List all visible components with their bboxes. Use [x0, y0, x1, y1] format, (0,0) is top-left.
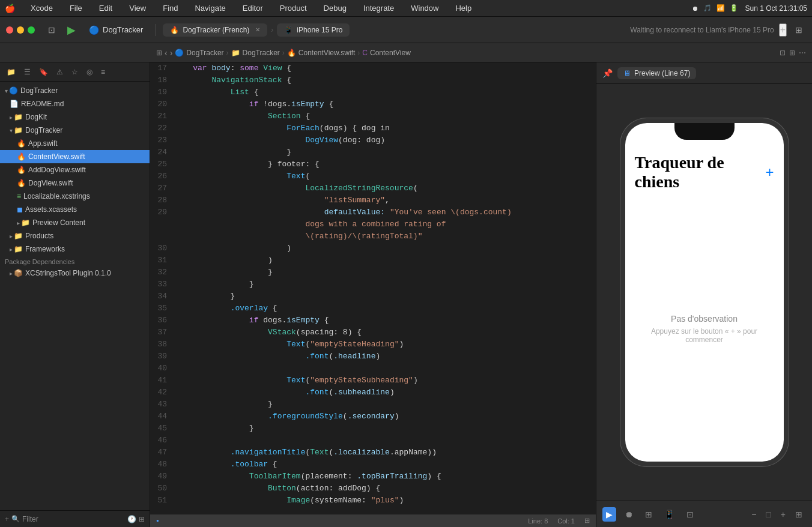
disclosure-icon: ▸: [10, 246, 13, 253]
code-line-47: 47 .navigationTitle(Text(.localizable.ap…: [150, 447, 596, 459]
code-line-36: 36 if dogs.isEmpty {: [150, 315, 596, 327]
menu-debug[interactable]: Debug: [320, 2, 350, 14]
menu-product[interactable]: Product: [276, 2, 311, 14]
menu-file[interactable]: File: [66, 2, 86, 14]
close-button[interactable]: [6, 26, 13, 34]
zoom-out-button[interactable]: −: [748, 507, 760, 522]
preview-device-button[interactable]: 📱: [661, 507, 678, 522]
sidebar-item-dogkit[interactable]: ▸ 📁 DogKit: [0, 110, 150, 124]
sidebar-folder-btn[interactable]: 📁: [4, 66, 19, 78]
preview-record-button[interactable]: ⏺: [621, 507, 637, 522]
line-number: 43: [150, 399, 174, 411]
code-line-50: 50 Button(action: addDog) {: [150, 483, 596, 495]
line-number: 38: [150, 339, 174, 351]
menu-xcode[interactable]: Xcode: [27, 2, 56, 14]
preview-rotate-button[interactable]: ⊡: [683, 507, 697, 522]
forward-button[interactable]: ›: [170, 48, 173, 58]
record-icon: ⏺: [692, 5, 698, 12]
sidebar-icons-btn[interactable]: ⊞: [156, 49, 162, 57]
breadcrumb-dogtracker-project[interactable]: 🔵 DogTracker: [175, 49, 223, 57]
code-line-20: 20 if !dogs.isEmpty {: [150, 98, 596, 110]
menu-navigate[interactable]: Navigate: [191, 2, 229, 14]
preview-play-button[interactable]: ▶: [602, 507, 616, 522]
sidebar-source-btn[interactable]: ☰: [21, 66, 34, 78]
run-button[interactable]: ▶: [64, 21, 79, 39]
code-line-51: 51 Image(systemName: "plus"): [150, 495, 596, 507]
code-line-35: 35 .overlay {: [150, 303, 596, 315]
code-editor[interactable]: 17 var body: some View { 18 NavigationSt…: [150, 62, 596, 514]
menu-help[interactable]: Help: [452, 2, 475, 14]
sidebar-item-dogtracker-root[interactable]: ▾ 🔵 DogTracker: [0, 84, 150, 97]
line-number: 31: [150, 254, 174, 267]
sidebar-toggle-button[interactable]: ⊡: [44, 23, 59, 37]
line-number: 50: [150, 483, 174, 495]
adjust-editor-btn[interactable]: ⊡: [780, 49, 786, 57]
menu-view[interactable]: View: [126, 2, 150, 14]
sidebar-item-readme[interactable]: 📄 README.md: [0, 97, 150, 110]
back-button[interactable]: ‹: [165, 48, 168, 58]
sidebar-warning-btn[interactable]: ⚠: [53, 66, 66, 78]
sidebar-star-btn[interactable]: ☆: [68, 66, 81, 78]
add-file-button[interactable]: +: [5, 515, 9, 523]
code-line-25: 25 } footer: {: [150, 158, 596, 170]
breadcrumb-contentview-swift[interactable]: 🔥 ContentView.swift: [287, 49, 356, 57]
maximize-button[interactable]: [28, 26, 35, 34]
sidebar-item-localizable[interactable]: ≡ Localizable.xcstrings: [0, 190, 150, 203]
swift-icon: 🔥: [17, 139, 26, 148]
code-line-48: 48 .toolbar {: [150, 459, 596, 471]
clock-filter-btn[interactable]: 🕐: [127, 515, 136, 523]
code-line-21: 21 Section {: [150, 110, 596, 122]
apple-icon[interactable]: 🍎: [5, 4, 15, 13]
breadcrumb-label-3: ContentView.swift: [298, 49, 356, 57]
menu-editor[interactable]: Editor: [239, 2, 267, 14]
menu-integrate[interactable]: Integrate: [360, 2, 398, 14]
zoom-fit-button[interactable]: □: [762, 507, 774, 522]
breadcrumb-contentview-struct[interactable]: C ContentView: [362, 49, 411, 57]
line-content: }: [174, 146, 596, 158]
sidebar-debug-btn[interactable]: ◎: [83, 66, 95, 78]
tab-device[interactable]: 📱 iPhone 15 Pro: [277, 23, 350, 37]
sidebar-item-preview-content[interactable]: ▸ 📁 Preview Content: [0, 216, 150, 229]
add-tab-button[interactable]: +: [779, 23, 787, 37]
sidebar-item-assets[interactable]: ◼ Assets.xcassets: [0, 203, 150, 216]
code-line-22: 22 ForEach(dogs) { dog in: [150, 122, 596, 134]
breadcrumb-dogtracker-folder[interactable]: 📁 DogTracker: [231, 49, 280, 57]
traffic-lights: [6, 26, 35, 34]
sidebar-item-frameworks[interactable]: ▸ 📁 Frameworks: [0, 242, 150, 256]
line-content: dogs with a combined rating of: [174, 218, 596, 230]
minimize-button[interactable]: [17, 26, 24, 34]
sidebar-item-adddogview-swift[interactable]: 🔥 AddDogView.swift: [0, 163, 150, 176]
sidebar-list-btn[interactable]: ≡: [98, 66, 108, 78]
tab-french[interactable]: 🔥 DogTracker (French) ✕: [163, 23, 267, 37]
editor-status-bar: ● Line: 8 Col: 1 ⊞: [150, 514, 596, 527]
volume-up-button: [620, 171, 622, 185]
menu-window[interactable]: Window: [407, 2, 442, 14]
toolbar-separator: [155, 24, 156, 36]
preview-grid-button[interactable]: ⊞: [641, 507, 656, 522]
sidebar-item-dogtracker-group[interactable]: ▾ 📁 DogTracker: [0, 124, 150, 137]
tab-close-icon[interactable]: ✕: [255, 26, 260, 33]
split-btn[interactable]: ⊞: [789, 49, 795, 57]
sidebar-bookmark-btn[interactable]: 🔖: [36, 66, 51, 78]
more-options-btn[interactable]: ⋯: [799, 49, 806, 57]
swift-icon: 🔥: [17, 166, 26, 174]
sidebar-item-products[interactable]: ▸ 📁 Products: [0, 229, 150, 242]
code-line-46: 46: [150, 435, 596, 447]
zoom-reset-button[interactable]: ⊞: [792, 507, 806, 522]
split-editor-button[interactable]: ⊞: [792, 23, 806, 37]
sidebar-item-app-swift[interactable]: 🔥 App.swift: [0, 137, 150, 150]
sidebar-item-contentview-swift[interactable]: 🔥 ContentView.swift: [0, 150, 150, 163]
pin-button[interactable]: 📌: [602, 68, 613, 78]
grid-filter-btn[interactable]: ⊞: [139, 515, 145, 523]
phone-add-button[interactable]: +: [765, 164, 774, 181]
project-selector[interactable]: 🔵 DogTracker: [89, 25, 143, 35]
line-content: VStack(spacing: 8) {: [174, 327, 596, 339]
zoom-in-button[interactable]: +: [777, 507, 789, 522]
volume-down-button: [620, 191, 622, 206]
line-number: 47: [150, 447, 174, 459]
status-icons: ⏺ 🎵 📶 🔋 Sun 1 Oct 21:31:05: [692, 4, 807, 13]
sidebar-item-xcstringstool[interactable]: ▸ 📦 XCStringsTool Plugin 0.1.0: [0, 267, 150, 280]
menu-edit[interactable]: Edit: [95, 2, 116, 14]
sidebar-item-dogview-swift[interactable]: 🔥 DogView.swift: [0, 176, 150, 190]
menu-find[interactable]: Find: [159, 2, 181, 14]
